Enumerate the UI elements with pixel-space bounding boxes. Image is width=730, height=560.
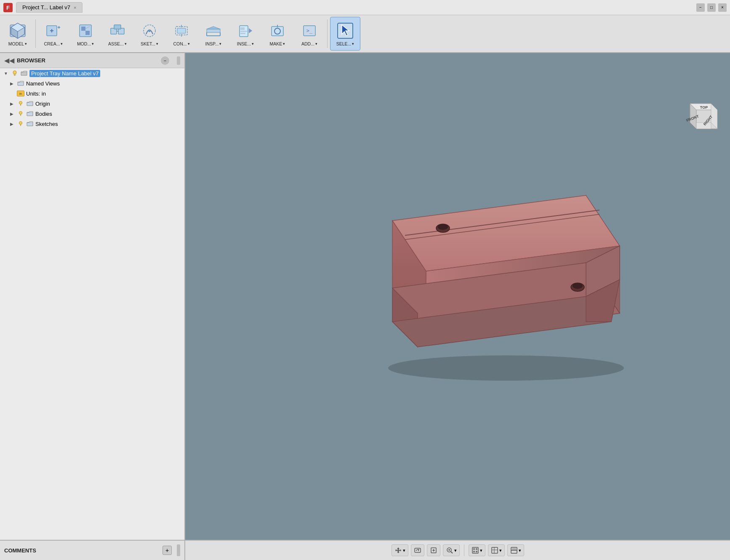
nav-zoom-button[interactable]: ▾ <box>443 544 460 556</box>
svg-text:>_: >_ <box>306 28 313 34</box>
bodies-light-icon <box>17 110 24 117</box>
svg-rect-13 <box>81 27 85 31</box>
minimize-button[interactable]: − <box>696 3 705 12</box>
svg-marker-75 <box>395 547 401 553</box>
browser-item-named-views[interactable]: Named Views <box>0 78 184 88</box>
svg-point-49 <box>19 112 22 115</box>
svg-rect-92 <box>492 547 498 553</box>
browser-item-origin[interactable]: Origin <box>0 99 184 109</box>
maximize-button[interactable]: □ <box>707 3 716 12</box>
display-mode-button[interactable]: ▾ <box>469 544 485 556</box>
tab-close-button[interactable]: × <box>74 5 76 10</box>
browser-title: BROWSER <box>17 57 158 64</box>
select-label: SELE... ▾ <box>336 41 354 46</box>
browser-panel: ◀◀ BROWSER − Pr <box>0 53 185 540</box>
title-tab[interactable]: Project T... Label v7 × <box>16 2 83 13</box>
svg-line-77 <box>416 550 417 551</box>
svg-rect-23 <box>177 28 186 33</box>
toolbar-insert-button[interactable]: INSE... ▾ <box>230 17 261 51</box>
model-arrow: ▾ <box>25 42 27 46</box>
zoom-arrow: ▾ <box>454 548 457 553</box>
toolbar-assemble-button[interactable]: ASSE... ▾ <box>102 17 133 51</box>
viewport-bottom-tools: ▾ ▾ <box>185 544 730 556</box>
create-label: CREA... ▾ <box>44 41 63 46</box>
viewport-options-button[interactable]: ▾ <box>507 544 524 556</box>
main-toolbar: MODEL ▾ CREA... ▾ <box>0 15 730 53</box>
sketches-arrow <box>8 120 15 127</box>
construct-icon <box>172 21 191 40</box>
comments-add-button[interactable]: + <box>163 546 172 555</box>
root-arrow <box>3 70 9 77</box>
insert-label: INSE... ▾ <box>237 41 254 46</box>
svg-marker-35 <box>249 28 252 33</box>
browser-item-bodies[interactable]: Bodies <box>0 109 184 119</box>
svg-rect-32 <box>240 27 245 30</box>
browser-back-button[interactable]: ◀◀ <box>4 56 14 64</box>
svg-rect-76 <box>415 548 421 552</box>
toolbar-create-button[interactable]: CREA... ▾ <box>38 17 69 51</box>
svg-point-66 <box>573 283 583 289</box>
assemble-icon <box>108 21 127 40</box>
select-icon <box>336 21 354 40</box>
svg-rect-33 <box>240 31 247 32</box>
display-arrow: ▾ <box>480 548 482 553</box>
origin-label: Origin <box>35 101 50 107</box>
bodies-folder-icon <box>26 110 34 117</box>
tools-divider <box>464 544 464 556</box>
svg-line-84 <box>451 552 453 553</box>
toolbar-make-button[interactable]: MAKE ▾ <box>262 17 293 51</box>
browser-resize-handle[interactable] <box>177 56 180 65</box>
modify-icon <box>76 21 95 40</box>
sketch-icon <box>140 21 159 40</box>
units-label: Units: in <box>26 91 46 97</box>
toolbar-addins-button[interactable]: >_ ADD... ▾ <box>294 17 325 51</box>
make-icon <box>268 21 287 40</box>
model-label: MODEL ▾ <box>8 41 27 46</box>
inspect-icon <box>204 21 223 40</box>
browser-collapse-button[interactable]: − <box>161 56 169 65</box>
nav-orbit-button[interactable] <box>411 544 424 556</box>
svg-point-43 <box>13 71 16 74</box>
view-cube-container[interactable]: TOP FRONT RIGHT <box>675 95 722 143</box>
root-light-icon <box>11 69 19 77</box>
toolbar-construct-button[interactable]: CON... ▾ <box>166 17 197 51</box>
svg-rect-97 <box>512 548 516 550</box>
named-views-folder-icon <box>17 80 24 87</box>
sketches-label: Sketches <box>35 121 58 127</box>
bottom-bar: COMMENTS + ▾ <box>0 540 730 560</box>
svg-rect-19 <box>114 25 121 29</box>
toolbar-modify-button[interactable]: MOD... ▾ <box>70 17 101 51</box>
browser-item-units[interactable]: in Units: in <box>0 88 184 99</box>
modify-label: MOD... ▾ <box>77 41 94 46</box>
toolbar-divider-2 <box>327 19 328 48</box>
grid-button[interactable]: ▾ <box>488 544 505 556</box>
toolbar-model-button[interactable]: MODEL ▾ <box>3 17 33 51</box>
viewport[interactable]: TOP FRONT RIGHT <box>185 53 730 540</box>
origin-folder-icon <box>26 100 34 107</box>
addins-icon: >_ <box>300 21 319 40</box>
construct-label: CON... ▾ <box>173 41 189 46</box>
create-icon <box>44 21 63 40</box>
svg-text:F: F <box>6 5 10 11</box>
grid-arrow: ▾ <box>499 548 502 553</box>
svg-rect-89 <box>476 548 477 550</box>
toolbar-inspect-button[interactable]: INSP... ▾ <box>198 17 229 51</box>
toolbar-sketch-button[interactable]: SKET... ▾ <box>134 17 165 51</box>
comments-label: COMMENTS <box>4 547 159 554</box>
nav-zoom-fit-button[interactable] <box>427 544 440 556</box>
title-bar: F Project T... Label v7 × − □ × <box>0 0 730 15</box>
svg-line-45 <box>13 75 14 75</box>
toolbar-select-button[interactable]: SELE... ▾ <box>330 17 360 51</box>
comments-resize-handle[interactable] <box>177 544 180 556</box>
browser-item-sketches[interactable]: Sketches <box>0 119 184 129</box>
main-area: ◀◀ BROWSER − Pr <box>0 53 730 540</box>
svg-rect-14 <box>85 31 90 35</box>
close-button[interactable]: × <box>718 3 727 12</box>
inspect-label: INSP... ▾ <box>205 41 222 46</box>
addins-label: ADD... ▾ <box>301 41 317 46</box>
sketches-light-icon <box>17 120 24 128</box>
svg-rect-88 <box>473 548 475 550</box>
tab-title: Project T... Label v7 <box>22 4 70 11</box>
nav-move-button[interactable]: ▾ <box>392 544 408 556</box>
browser-tree-root[interactable]: Project Tray Name Label v7 <box>0 68 184 78</box>
